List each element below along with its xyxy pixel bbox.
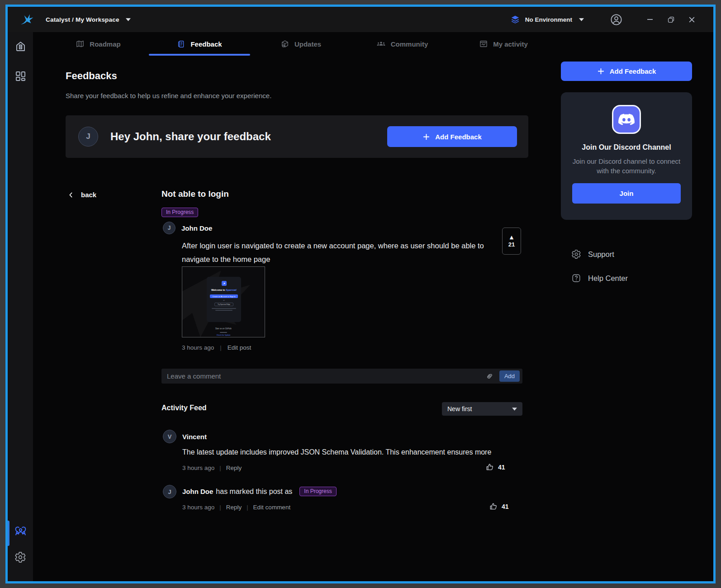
help-center-link[interactable]: Help Center	[571, 273, 628, 283]
edit-comment-link[interactable]: Edit comment	[253, 504, 291, 511]
divider: |	[220, 344, 221, 351]
discord-card-title: Join Our Discord Channel	[582, 143, 671, 152]
paperclip-icon	[484, 370, 495, 382]
minimize-button[interactable]	[645, 15, 655, 24]
minimize-icon	[646, 16, 654, 23]
feedback-hero-card: J Hey John, share your feedback Add Feed…	[66, 115, 528, 158]
user-account-icon	[610, 13, 623, 26]
mini-text-bar	[212, 308, 236, 309]
page-subtitle: Share your feedback to help us refine an…	[66, 92, 271, 100]
sort-selected-value: New first	[447, 405, 472, 413]
avatar: J	[163, 222, 176, 234]
sidebar-item-home[interactable]	[14, 39, 27, 53]
restore-button[interactable]	[666, 15, 675, 24]
add-comment-button[interactable]: Add	[499, 370, 520, 382]
mini-update-link: Check for Update	[216, 334, 230, 336]
like-count: 41	[502, 503, 509, 510]
up-arrow-icon: ▲	[510, 235, 513, 240]
comment-bar: Add	[161, 369, 522, 384]
grid-blocks-icon	[14, 70, 27, 82]
tab-community[interactable]: Community	[351, 32, 453, 56]
post-author-row: J John Doe	[163, 222, 212, 234]
sort-dropdown[interactable]: New first	[442, 402, 522, 416]
activity-feed-title: Activity Feed	[161, 404, 207, 412]
comment-timestamp: 3 hours ago	[182, 465, 214, 471]
tab-feedback[interactable]: Feedback	[149, 32, 250, 56]
comment-input[interactable]	[167, 372, 484, 380]
sparrow-logo-mini-icon	[222, 281, 227, 286]
like-button[interactable]: 41	[485, 463, 505, 472]
post-attachment-thumbnail[interactable]: Welcome to Sparrow! Create an Account or…	[182, 266, 265, 337]
post-title: Not able to login	[161, 189, 229, 199]
back-button[interactable]: back	[67, 191, 96, 199]
map-icon	[76, 39, 85, 48]
activity-chart-icon	[479, 39, 488, 48]
like-button[interactable]: 41	[489, 502, 509, 511]
sidebar-item-community[interactable]	[14, 524, 27, 538]
support-link[interactable]: Support	[571, 249, 614, 259]
sparrow-logo-icon	[19, 13, 34, 26]
like-count: 41	[498, 464, 505, 471]
activity-line: John Doe has marked this post as In Prog…	[182, 487, 337, 496]
thumbs-up-icon	[485, 463, 494, 472]
upvote-button[interactable]: ▲ 21	[502, 228, 521, 255]
plus-icon	[422, 133, 430, 141]
edit-post-link[interactable]: Edit post	[228, 344, 251, 351]
tab-bar: Roadmap Feedback	[47, 32, 554, 56]
comment-timestamp: 3 hours ago	[182, 504, 214, 511]
close-icon	[688, 16, 696, 24]
sidebar-item-settings[interactable]	[14, 550, 27, 564]
discord-glyph	[617, 113, 636, 126]
left-rail	[8, 32, 33, 581]
avatar: V	[163, 430, 176, 443]
workspace-selector[interactable]: Catalyst / My Workspace	[46, 16, 131, 23]
tab-label: Feedback	[190, 40, 222, 48]
tab-my-activity[interactable]: My activity	[453, 32, 554, 56]
comment-meta-row: 3 hours ago | Reply	[182, 465, 242, 471]
people-group-icon	[376, 39, 386, 49]
app-window: Catalyst / My Workspace No Environment	[5, 5, 716, 583]
attach-file-button[interactable]	[484, 371, 495, 382]
support-label: Support	[588, 250, 614, 259]
main-content: Roadmap Feedback	[33, 32, 713, 581]
discord-icon	[612, 105, 641, 134]
package-box-icon	[280, 39, 289, 48]
mini-login-card: Welcome to Sparrow! Create an Account or…	[207, 277, 241, 322]
add-feedback-button[interactable]: Add Feedback	[387, 126, 517, 147]
environment-selector[interactable]: No Environment	[510, 14, 584, 24]
commenter-name: John Doe	[182, 488, 213, 495]
author-name: John Doe	[181, 224, 212, 232]
tab-label: Updates	[294, 40, 321, 48]
tab-label: Community	[391, 40, 428, 48]
mini-welcome-title: Welcome to Sparrow!	[211, 289, 237, 291]
mini-version-bar	[220, 332, 227, 333]
chevron-left-icon	[67, 191, 75, 199]
chevron-down-icon	[126, 18, 131, 21]
vote-count: 21	[508, 241, 515, 248]
mini-edge-button: Try Sparrow Edge	[214, 303, 233, 306]
chevron-down-icon	[579, 18, 584, 21]
post-meta-row: 3 hours ago | Edit post	[182, 344, 251, 351]
reply-link[interactable]: Reply	[226, 465, 242, 471]
account-button[interactable]	[609, 13, 623, 26]
plus-icon	[597, 67, 605, 75]
commenter-name: Vincent	[182, 433, 207, 441]
tab-updates[interactable]: Updates	[250, 32, 351, 56]
add-feedback-button-sidebar[interactable]: Add Feedback	[561, 62, 692, 81]
sidebar-item-collections[interactable]	[14, 69, 27, 83]
mini-footer: Check for Update	[182, 332, 265, 336]
status-badge: In Progress	[161, 208, 198, 217]
close-button[interactable]	[687, 15, 696, 24]
titlebar: Catalyst / My Workspace No Environment	[8, 7, 713, 32]
home-icon	[14, 40, 27, 52]
tab-roadmap[interactable]: Roadmap	[47, 32, 149, 56]
reply-link[interactable]: Reply	[226, 504, 242, 511]
layers-icon	[510, 14, 520, 24]
avatar: J	[163, 485, 176, 498]
status-badge: In Progress	[299, 487, 336, 496]
feedback-scroll-icon	[177, 40, 185, 48]
page-title: Feedbacks	[66, 70, 117, 82]
active-rail-indicator	[8, 521, 9, 546]
join-discord-button[interactable]: Join	[572, 183, 681, 204]
hero-greeting: Hey John, share your feedback	[110, 130, 271, 143]
